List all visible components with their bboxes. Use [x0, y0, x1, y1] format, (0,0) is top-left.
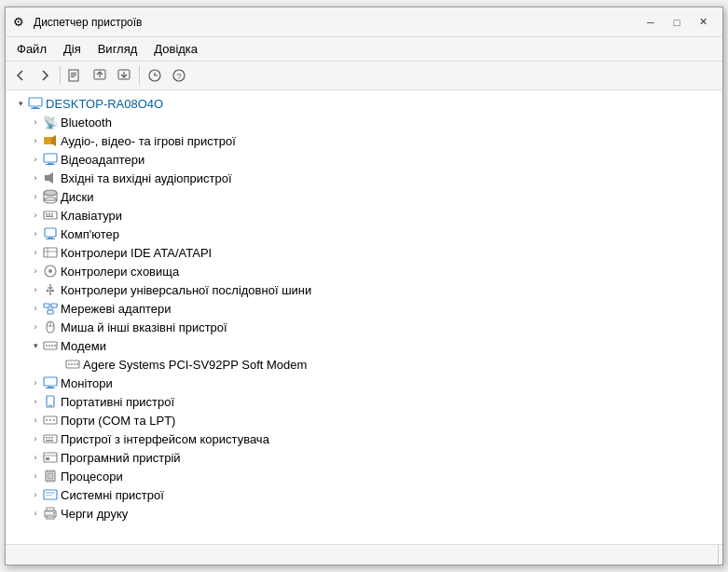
tree-item-sound[interactable]: › Вхідні та вихідні аудіопристрої	[6, 169, 722, 187]
root-label: DESKTOP-RA08O4O	[46, 97, 163, 111]
ide-expand-icon: ›	[28, 245, 43, 260]
software-label: Програмний пристрій	[61, 451, 181, 465]
toolbar-uninstall[interactable]	[113, 64, 135, 87]
ide-label: Контролери IDE ATA/ATAPI	[61, 246, 212, 260]
svg-rect-40	[51, 290, 54, 292]
tree-item-mouse[interactable]: › Миша й інші вказівні пристрої	[6, 318, 722, 336]
tree-item-processor[interactable]: › Процесори	[6, 467, 722, 485]
tree-item-modem[interactable]: ▾ Модеми	[6, 336, 722, 355]
tree-item-disk[interactable]: › Диски	[6, 187, 722, 206]
svg-point-66	[53, 419, 55, 421]
tree-item-bluetooth[interactable]: › 📡 Bluetooth	[6, 113, 722, 131]
toolbar-forward[interactable]	[34, 64, 56, 87]
device-tree[interactable]: ▾ DESKTOP-RA08O4O › 📡 Bluetooth › Аудіо-…	[6, 90, 722, 544]
portable-icon	[43, 394, 58, 409]
bluetooth-icon: 📡	[43, 115, 58, 129]
svg-rect-24	[44, 211, 57, 219]
tree-item-network[interactable]: › Мережеві адаптери	[6, 299, 722, 318]
processor-icon	[43, 469, 58, 483]
display-label: Відеоадаптери	[61, 153, 144, 167]
svg-rect-62	[48, 405, 52, 406]
mouse-label: Миша й інші вказівні пристрої	[61, 320, 227, 334]
svg-rect-18	[46, 164, 55, 165]
printer-icon	[43, 506, 58, 521]
modem-expand-icon: ▾	[28, 338, 43, 353]
system-icon	[43, 487, 58, 502]
tree-item-software[interactable]: › Програмний пристрій	[6, 448, 722, 467]
tree-item-monitor[interactable]: › Монітори	[6, 374, 722, 392]
svg-rect-41	[44, 304, 49, 307]
disk-expand-icon: ›	[28, 189, 43, 204]
mouse-icon	[43, 320, 58, 334]
portable-label: Портативні пристрої	[61, 395, 174, 409]
tree-item-modem-child[interactable]: › Agere Systems PCI-SV92PP Soft Modem	[6, 355, 722, 374]
tree-root[interactable]: ▾ DESKTOP-RA08O4O	[6, 94, 722, 113]
svg-point-23	[44, 190, 57, 196]
svg-rect-13	[31, 108, 40, 109]
audio-label: Аудіо-, відео- та ігрові пристрої	[61, 134, 236, 148]
tree-item-usb[interactable]: › Контролери універсальної послідовної ш…	[6, 280, 722, 299]
disk-label: Диски	[61, 190, 94, 204]
tree-item-storage[interactable]: › Контролери сховища	[6, 262, 722, 280]
menu-action[interactable]: Дія	[56, 39, 89, 59]
svg-rect-67	[44, 435, 57, 443]
tree-item-portable[interactable]: › Портативні пристрої	[6, 392, 722, 411]
tree-item-display[interactable]: › Відеоадаптери	[6, 150, 722, 169]
svg-rect-60	[46, 388, 55, 388]
svg-point-56	[74, 363, 76, 365]
keyboard-label: Клавіатури	[61, 209, 122, 223]
svg-point-55	[71, 363, 73, 365]
system-label: Системні пристрої	[61, 488, 164, 502]
menu-file[interactable]: Файл	[9, 39, 54, 59]
audio-expand-icon: ›	[28, 133, 43, 148]
svg-point-39	[47, 290, 49, 293]
svg-point-65	[49, 419, 51, 421]
usb-label: Контролери універсальної послідовної шин…	[61, 283, 311, 297]
sound-icon	[43, 170, 58, 185]
sound-label: Вхідні та вихідні аудіопристрої	[61, 171, 232, 185]
svg-rect-43	[48, 310, 53, 314]
hid-label: Пристрої з інтерфейсом користувача	[61, 432, 269, 446]
computer-label: Комп'ютер	[61, 227, 119, 241]
toolbar-scan[interactable]	[144, 64, 166, 87]
keyboard-icon	[43, 208, 58, 223]
svg-rect-2	[71, 75, 76, 75]
svg-rect-31	[46, 238, 55, 239]
tree-item-printer[interactable]: › Черги друку	[6, 504, 722, 523]
svg-rect-89	[53, 512, 55, 514]
system-expand-icon: ›	[28, 487, 43, 502]
maximize-button[interactable]: □	[665, 13, 689, 32]
close-button[interactable]: ✕	[691, 13, 715, 32]
toolbar-sep-2	[139, 66, 140, 85]
tree-item-system[interactable]: › Системні пристрої	[6, 485, 722, 504]
root-expand-icon: ▾	[13, 96, 28, 111]
minimize-button[interactable]: ─	[639, 13, 663, 32]
usb-expand-icon: ›	[28, 282, 43, 297]
storage-icon	[43, 264, 58, 279]
toolbar-properties[interactable]	[64, 64, 87, 87]
network-icon	[43, 301, 58, 316]
toolbar-help[interactable]: ?	[168, 64, 190, 87]
svg-rect-71	[46, 440, 53, 442]
software-icon	[43, 450, 58, 465]
toolbar-back[interactable]	[9, 64, 32, 87]
menu-view[interactable]: Вигляд	[90, 39, 145, 59]
svg-point-50	[48, 345, 50, 347]
svg-point-64	[46, 419, 48, 421]
monitor-expand-icon: ›	[28, 375, 43, 390]
ide-icon	[43, 245, 58, 260]
toolbar-sep-1	[60, 66, 61, 85]
toolbar-update[interactable]	[89, 64, 111, 87]
svg-point-49	[46, 345, 48, 347]
audio-icon	[43, 133, 58, 148]
tree-item-computer[interactable]: › Комп'ютер	[6, 225, 722, 243]
tree-item-hid[interactable]: › Пристрої з інтерфейсом користувача	[6, 429, 722, 448]
mouse-expand-icon: ›	[28, 320, 43, 334]
svg-marker-15	[51, 135, 56, 146]
tree-item-audio[interactable]: › Аудіо-, відео- та ігрові пристрої	[6, 131, 722, 150]
menu-help[interactable]: Довідка	[146, 39, 205, 59]
svg-rect-74	[46, 457, 49, 460]
tree-item-ide[interactable]: › Контролери IDE ATA/ATAPI	[6, 243, 722, 262]
tree-item-ports[interactable]: › Порти (COM та LPT)	[6, 411, 722, 429]
tree-item-keyboard[interactable]: › Клавіатури	[6, 206, 722, 225]
